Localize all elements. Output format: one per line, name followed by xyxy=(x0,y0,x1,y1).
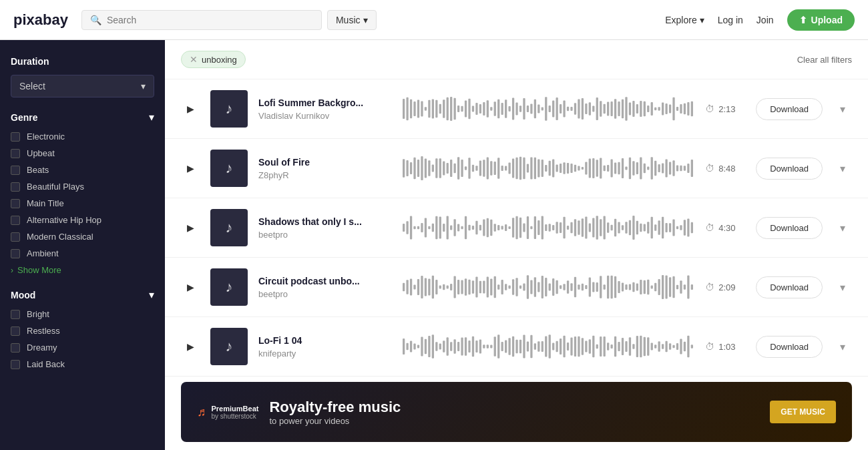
mood-section-header[interactable]: Mood ▾ xyxy=(11,288,154,301)
play-button-5[interactable]: ▶ xyxy=(181,337,200,356)
svg-rect-19 xyxy=(472,105,474,111)
download-button-2[interactable]: Download xyxy=(756,158,823,180)
svg-rect-33 xyxy=(523,98,525,120)
svg-rect-277 xyxy=(537,282,539,292)
login-link[interactable]: Log in xyxy=(718,15,743,25)
download-button-1[interactable]: Download xyxy=(756,98,823,120)
genre-item-main-title[interactable]: Main Title xyxy=(11,198,154,208)
svg-rect-25 xyxy=(494,101,496,116)
genre-item-beats[interactable]: Beats xyxy=(11,165,154,175)
genre-checkbox-electronic[interactable] xyxy=(11,132,20,142)
genre-item-ambient[interactable]: Ambient xyxy=(11,248,154,258)
svg-rect-356 xyxy=(534,343,536,349)
ad-cta-button[interactable]: GET MUSIC xyxy=(770,401,836,423)
svg-rect-231 xyxy=(662,217,664,238)
svg-rect-347 xyxy=(501,342,503,351)
genre-checkbox-upbeat[interactable] xyxy=(11,149,20,158)
music-note-icon: ♪ xyxy=(226,278,233,296)
svg-rect-197 xyxy=(537,220,539,235)
mood-item-bright[interactable]: Bright xyxy=(11,309,154,319)
header-nav: Explore ▾ Log in Join ⬆ Upload xyxy=(665,9,855,31)
svg-rect-360 xyxy=(549,334,551,358)
explore-menu[interactable]: Explore ▾ xyxy=(665,15,704,25)
svg-rect-129 xyxy=(582,167,584,170)
expand-track-4[interactable]: ▾ xyxy=(833,278,852,296)
genre-item-electronic[interactable]: Electronic xyxy=(11,132,154,142)
genre-item-upbeat[interactable]: Upbeat xyxy=(11,148,154,158)
svg-rect-77 xyxy=(684,103,686,115)
mood-item-restless[interactable]: Restless xyxy=(11,326,154,336)
svg-rect-161 xyxy=(406,221,408,234)
genre-item-modern-classical[interactable]: Modern Classical xyxy=(11,232,154,242)
ad-content: ♬ PremiumBeat by shutterstock Royalty-fr… xyxy=(181,399,417,426)
svg-rect-31 xyxy=(515,102,517,115)
track-artist-5: knifeparty xyxy=(258,349,392,359)
genre-checkbox-beautiful-plays[interactable] xyxy=(11,182,20,192)
mood-checkbox-laid-back[interactable] xyxy=(11,360,20,369)
mood-item-dreamy[interactable]: Dreamy xyxy=(11,343,154,353)
svg-rect-329 xyxy=(435,342,437,351)
svg-rect-91 xyxy=(443,162,445,176)
svg-rect-0 xyxy=(403,99,405,119)
expand-track-1[interactable]: ▾ xyxy=(833,99,852,118)
genre-checkbox-alt-hiphop[interactable] xyxy=(11,216,20,225)
search-bar[interactable]: 🔍 xyxy=(81,10,322,30)
download-button-3[interactable]: Download xyxy=(756,217,823,239)
genre-item-beautiful-plays[interactable]: Beautiful Plays xyxy=(11,182,154,192)
waveform-1[interactable] xyxy=(403,95,694,122)
waveform-2[interactable] xyxy=(403,155,694,182)
play-button-4[interactable]: ▶ xyxy=(181,278,200,296)
svg-rect-203 xyxy=(560,222,562,233)
waveform-5[interactable] xyxy=(403,333,694,360)
svg-rect-22 xyxy=(483,102,485,116)
download-button-5[interactable]: Download xyxy=(756,336,823,358)
svg-rect-81 xyxy=(406,160,408,176)
svg-rect-269 xyxy=(508,286,510,289)
waveform-4[interactable] xyxy=(403,274,694,300)
play-button-2[interactable]: ▶ xyxy=(181,159,200,178)
svg-rect-104 xyxy=(490,161,492,175)
svg-rect-187 xyxy=(501,226,503,230)
svg-rect-223 xyxy=(632,216,634,240)
track-row: ▶ ♪ Lofi Summer Backgro... Vladislav Kur… xyxy=(165,79,868,139)
svg-rect-192 xyxy=(519,218,521,238)
show-more-genres[interactable]: › Show More xyxy=(11,265,154,275)
upload-button[interactable]: ⬆ Upload xyxy=(787,9,855,31)
mood-checkbox-dreamy[interactable] xyxy=(11,343,20,353)
svg-rect-83 xyxy=(413,158,415,180)
expand-track-2[interactable]: ▾ xyxy=(833,159,852,178)
waveform-3[interactable] xyxy=(403,214,694,241)
svg-rect-276 xyxy=(534,277,536,296)
track-info-4: Circuit podcast unbo... beetpro xyxy=(258,276,392,299)
svg-rect-86 xyxy=(425,159,427,178)
svg-rect-85 xyxy=(421,156,423,180)
duration-select[interactable]: Select ▾ xyxy=(11,75,154,97)
mood-checkbox-bright[interactable] xyxy=(11,310,20,319)
music-type-dropdown[interactable]: Music ▾ xyxy=(327,10,377,30)
mood-checkbox-restless[interactable] xyxy=(11,326,20,336)
svg-rect-47 xyxy=(574,103,576,114)
play-button-3[interactable]: ▶ xyxy=(181,218,200,237)
expand-track-3[interactable]: ▾ xyxy=(833,218,852,237)
genre-checkbox-modern-classical[interactable] xyxy=(11,232,20,242)
svg-rect-80 xyxy=(403,159,405,177)
play-button-1[interactable]: ▶ xyxy=(181,99,200,118)
svg-rect-178 xyxy=(468,225,470,230)
genre-item-alt-hiphop[interactable]: Alternative Hip Hop xyxy=(11,215,154,225)
genre-checkbox-beats[interactable] xyxy=(11,166,20,175)
join-link[interactable]: Join xyxy=(756,15,774,25)
genre-checkbox-ambient[interactable] xyxy=(11,249,20,258)
genre-checkbox-main-title[interactable] xyxy=(11,199,20,208)
svg-rect-51 xyxy=(589,102,591,116)
search-input[interactable] xyxy=(107,15,313,25)
svg-rect-168 xyxy=(432,224,434,232)
expand-track-5[interactable]: ▾ xyxy=(833,337,852,356)
mood-item-laid-back[interactable]: Laid Back xyxy=(11,359,154,369)
clear-all-filters[interactable]: Clear all filters xyxy=(797,55,852,65)
svg-rect-367 xyxy=(574,336,576,357)
download-button-4[interactable]: Download xyxy=(756,276,823,298)
genre-section-header[interactable]: Genre ▾ xyxy=(11,111,154,124)
svg-rect-225 xyxy=(640,224,642,232)
svg-rect-28 xyxy=(505,99,507,118)
filter-tag-close[interactable]: ✕ xyxy=(190,54,198,65)
